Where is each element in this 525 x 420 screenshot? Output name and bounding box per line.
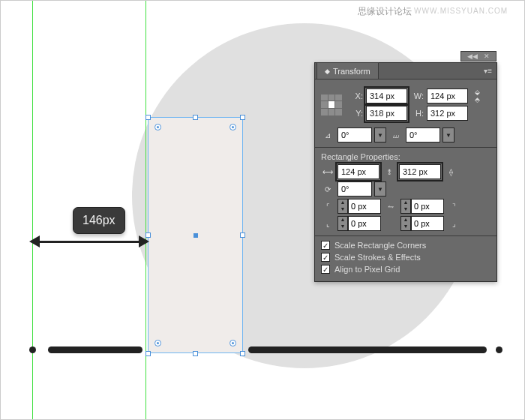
- rect-height-input[interactable]: [399, 164, 441, 179]
- anchor-point[interactable]: [154, 124, 161, 130]
- panel-menu-icon[interactable]: ▾≡: [479, 67, 496, 75]
- panel-divider: [315, 236, 496, 236]
- distance-badge: 146px: [73, 207, 125, 234]
- link-wh-icon[interactable]: ⬙⬘: [471, 88, 483, 104]
- distance-arrow-line: [40, 241, 139, 243]
- rotate-input[interactable]: [338, 128, 372, 142]
- rect-width-input[interactable]: [338, 164, 380, 179]
- w-input[interactable]: [427, 88, 468, 104]
- scale-corners-checkbox[interactable]: ✓: [321, 241, 330, 250]
- rect-width-icon: ⟷: [321, 165, 334, 178]
- flyout-grip[interactable]: ◀◀✕: [460, 51, 496, 62]
- rect-rotate-dropdown[interactable]: ▼: [374, 182, 386, 196]
- panel-divider: [315, 147, 496, 148]
- scale-corners-label: Scale Rectangle Corners: [334, 241, 426, 250]
- tab-expand-icon: ◆: [325, 68, 330, 75]
- h-label: H:: [410, 109, 424, 118]
- shear-dropdown[interactable]: ▼: [442, 128, 454, 142]
- center-point[interactable]: [194, 233, 198, 238]
- selection-handle[interactable]: [193, 351, 198, 356]
- w-label: W:: [410, 92, 424, 100]
- corner-tl-stepper[interactable]: ▲▼: [338, 199, 381, 214]
- anchor-point[interactable]: [230, 124, 236, 130]
- selection-handle[interactable]: [146, 115, 151, 120]
- link-corners-icon[interactable]: ⥊: [384, 200, 398, 213]
- distance-arrow-head-right: [139, 236, 149, 248]
- tab-label: Transform: [333, 67, 370, 76]
- corner-br-stepper[interactable]: ▲▼: [400, 216, 444, 231]
- h-input[interactable]: [427, 106, 468, 121]
- distance-arrow-head-left: [29, 236, 40, 248]
- watermark-cn: 思缘设计论坛: [358, 5, 412, 18]
- corner-tr-icon: ⌝: [447, 200, 460, 213]
- dash-seg: [248, 346, 487, 353]
- rect-rotate-icon: ⟳: [321, 182, 334, 196]
- corner-br-input[interactable]: [411, 216, 444, 231]
- guide-vertical-right[interactable]: [146, 1, 146, 419]
- rotate-icon: ⊿: [321, 128, 334, 142]
- watermark-url: WWW.MISSYUAN.COM: [414, 7, 508, 15]
- tab-transform[interactable]: ◆ Transform: [316, 62, 379, 79]
- corner-tl-input[interactable]: [348, 199, 381, 214]
- transform-panel: ◀◀✕ ◆ Transform ▾≡ X: W: ⬙⬘: [314, 62, 497, 282]
- y-label: Y:: [350, 109, 363, 118]
- corner-br-icon: ⌟: [447, 217, 460, 230]
- dash-seg: [48, 346, 142, 353]
- corner-bl-icon: ⌞: [321, 217, 334, 230]
- selection-handle[interactable]: [240, 351, 245, 356]
- selection-handle[interactable]: [240, 115, 245, 120]
- rotate-dropdown[interactable]: ▼: [374, 128, 386, 142]
- panel-tab-row: ◆ Transform ▾≡: [315, 63, 496, 80]
- shear-input[interactable]: [406, 128, 440, 142]
- corner-bl-stepper[interactable]: ▲▼: [338, 216, 381, 231]
- x-input[interactable]: [366, 88, 407, 104]
- scale-strokes-checkbox[interactable]: ✓: [321, 253, 330, 262]
- anchor-point[interactable]: [154, 340, 161, 346]
- selection-handle[interactable]: [193, 115, 198, 120]
- corner-tl-icon: ⌜: [321, 200, 334, 213]
- scale-strokes-label: Scale Strokes & Effects: [334, 253, 421, 262]
- pixel-grid-checkbox[interactable]: ✓: [321, 265, 330, 274]
- rect-rotate-input[interactable]: [338, 182, 372, 196]
- rect-properties-label: Rectangle Properties:: [321, 152, 490, 161]
- corner-bl-input[interactable]: [348, 216, 381, 231]
- selected-rectangle[interactable]: [148, 117, 243, 353]
- y-input[interactable]: [366, 106, 407, 121]
- guide-vertical-left[interactable]: [32, 1, 33, 419]
- dash-dot: [496, 346, 502, 353]
- dash-dot: [29, 346, 36, 353]
- shear-icon: ⧢: [389, 128, 403, 142]
- selection-handle[interactable]: [146, 351, 151, 356]
- anchor-point[interactable]: [230, 340, 236, 346]
- rect-height-icon: ⟠: [444, 165, 458, 178]
- selection-handle[interactable]: [240, 232, 245, 238]
- reference-point-selector[interactable]: [321, 94, 342, 116]
- corner-tr-stepper[interactable]: ▲▼: [400, 199, 444, 214]
- pixel-grid-label: Align to Pixel Grid: [334, 265, 400, 274]
- corner-tr-input[interactable]: [411, 199, 444, 214]
- link-rect-wh-icon[interactable]: ⥉: [382, 165, 396, 178]
- x-label: X:: [350, 92, 363, 100]
